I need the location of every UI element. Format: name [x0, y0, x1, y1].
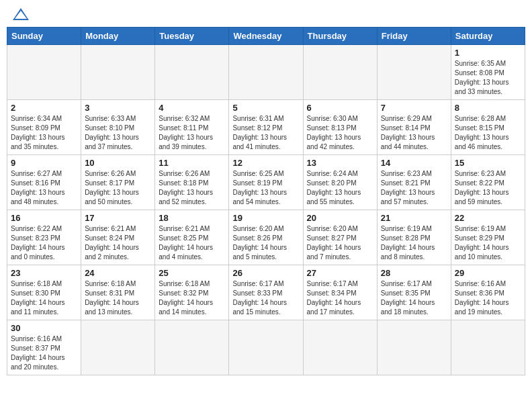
- calendar-cell: 5Sunrise: 6:31 AMSunset: 8:12 PMDaylight…: [229, 100, 303, 155]
- calendar-cell: 20Sunrise: 6:20 AMSunset: 8:27 PMDayligh…: [303, 210, 377, 265]
- calendar-cell: 3Sunrise: 6:33 AMSunset: 8:10 PMDaylight…: [81, 100, 155, 155]
- day-number: 1: [455, 48, 521, 58]
- day-info: Sunrise: 6:28 AMSunset: 8:15 PMDaylight:…: [455, 114, 521, 152]
- weekday-header-sunday: Sunday: [7, 28, 81, 45]
- calendar-cell: [303, 320, 377, 375]
- calendar-cell: [81, 320, 155, 375]
- logo-icon: [11, 7, 30, 21]
- calendar-cell: 8Sunrise: 6:28 AMSunset: 8:15 PMDaylight…: [451, 100, 525, 155]
- weekday-header-friday: Friday: [377, 28, 451, 45]
- weekday-header-tuesday: Tuesday: [155, 28, 229, 45]
- calendar-cell: 10Sunrise: 6:26 AMSunset: 8:17 PMDayligh…: [81, 155, 155, 210]
- day-info: Sunrise: 6:35 AMSunset: 8:08 PMDaylight:…: [455, 59, 521, 97]
- calendar-cell: [155, 45, 229, 100]
- day-info: Sunrise: 6:23 AMSunset: 8:21 PMDaylight:…: [381, 169, 447, 207]
- calendar-week-row: 9Sunrise: 6:27 AMSunset: 8:16 PMDaylight…: [7, 155, 525, 210]
- calendar-cell: 6Sunrise: 6:30 AMSunset: 8:13 PMDaylight…: [303, 100, 377, 155]
- day-number: 12: [232, 158, 299, 168]
- day-number: 9: [11, 158, 77, 168]
- calendar-cell: 4Sunrise: 6:32 AMSunset: 8:11 PMDaylight…: [155, 100, 229, 155]
- day-info: Sunrise: 6:20 AMSunset: 8:27 PMDaylight:…: [307, 224, 373, 262]
- calendar-cell: 12Sunrise: 6:25 AMSunset: 8:19 PMDayligh…: [229, 155, 303, 210]
- day-number: 16: [11, 213, 77, 223]
- day-info: Sunrise: 6:18 AMSunset: 8:31 PMDaylight:…: [85, 279, 151, 317]
- day-number: 25: [159, 268, 225, 278]
- day-info: Sunrise: 6:17 AMSunset: 8:35 PMDaylight:…: [381, 279, 447, 317]
- day-number: 28: [381, 268, 447, 278]
- day-number: 8: [455, 103, 521, 113]
- calendar-cell: 1Sunrise: 6:35 AMSunset: 8:08 PMDaylight…: [451, 45, 525, 100]
- day-info: Sunrise: 6:17 AMSunset: 8:34 PMDaylight:…: [307, 279, 373, 317]
- day-number: 26: [232, 268, 299, 278]
- day-info: Sunrise: 6:26 AMSunset: 8:18 PMDaylight:…: [159, 169, 225, 207]
- day-number: 27: [307, 268, 373, 278]
- calendar-cell: 13Sunrise: 6:24 AMSunset: 8:20 PMDayligh…: [303, 155, 377, 210]
- calendar-cell: 27Sunrise: 6:17 AMSunset: 8:34 PMDayligh…: [303, 265, 377, 320]
- day-info: Sunrise: 6:29 AMSunset: 8:14 PMDaylight:…: [381, 114, 447, 152]
- day-info: Sunrise: 6:19 AMSunset: 8:29 PMDaylight:…: [455, 224, 521, 262]
- day-number: 23: [11, 268, 77, 278]
- header: [7, 7, 525, 21]
- calendar-header-row: SundayMondayTuesdayWednesdayThursdayFrid…: [7, 28, 525, 45]
- day-number: 24: [85, 268, 151, 278]
- calendar-week-row: 23Sunrise: 6:18 AMSunset: 8:30 PMDayligh…: [7, 265, 525, 320]
- calendar-cell: [377, 320, 451, 375]
- calendar-week-row: 16Sunrise: 6:22 AMSunset: 8:23 PMDayligh…: [7, 210, 525, 265]
- calendar-week-row: 2Sunrise: 6:34 AMSunset: 8:09 PMDaylight…: [7, 100, 525, 155]
- day-info: Sunrise: 6:31 AMSunset: 8:12 PMDaylight:…: [232, 114, 299, 152]
- calendar-cell: [303, 45, 377, 100]
- calendar-cell: [377, 45, 451, 100]
- day-info: Sunrise: 6:18 AMSunset: 8:30 PMDaylight:…: [11, 279, 77, 317]
- calendar-cell: 28Sunrise: 6:17 AMSunset: 8:35 PMDayligh…: [377, 265, 451, 320]
- calendar-cell: 25Sunrise: 6:18 AMSunset: 8:32 PMDayligh…: [155, 265, 229, 320]
- calendar-cell: 19Sunrise: 6:20 AMSunset: 8:26 PMDayligh…: [229, 210, 303, 265]
- logo: [9, 7, 30, 21]
- day-info: Sunrise: 6:17 AMSunset: 8:33 PMDaylight:…: [232, 279, 299, 317]
- calendar-cell: 30Sunrise: 6:16 AMSunset: 8:37 PMDayligh…: [7, 320, 81, 375]
- calendar-cell: [229, 45, 303, 100]
- calendar-cell: 24Sunrise: 6:18 AMSunset: 8:31 PMDayligh…: [81, 265, 155, 320]
- calendar-week-row: 1Sunrise: 6:35 AMSunset: 8:08 PMDaylight…: [7, 45, 525, 100]
- day-number: 15: [455, 158, 521, 168]
- day-number: 30: [11, 323, 77, 333]
- day-number: 19: [232, 213, 299, 223]
- calendar-cell: 26Sunrise: 6:17 AMSunset: 8:33 PMDayligh…: [229, 265, 303, 320]
- calendar-cell: 9Sunrise: 6:27 AMSunset: 8:16 PMDaylight…: [7, 155, 81, 210]
- day-info: Sunrise: 6:24 AMSunset: 8:20 PMDaylight:…: [307, 169, 373, 207]
- day-info: Sunrise: 6:20 AMSunset: 8:26 PMDaylight:…: [232, 224, 299, 262]
- day-number: 4: [159, 103, 225, 113]
- day-info: Sunrise: 6:30 AMSunset: 8:13 PMDaylight:…: [307, 114, 373, 152]
- calendar-cell: 23Sunrise: 6:18 AMSunset: 8:30 PMDayligh…: [7, 265, 81, 320]
- day-number: 2: [11, 103, 77, 113]
- day-info: Sunrise: 6:16 AMSunset: 8:37 PMDaylight:…: [11, 334, 77, 372]
- day-number: 18: [159, 213, 225, 223]
- day-number: 17: [85, 213, 151, 223]
- calendar-cell: 11Sunrise: 6:26 AMSunset: 8:18 PMDayligh…: [155, 155, 229, 210]
- day-info: Sunrise: 6:32 AMSunset: 8:11 PMDaylight:…: [159, 114, 225, 152]
- day-info: Sunrise: 6:26 AMSunset: 8:17 PMDaylight:…: [85, 169, 151, 207]
- calendar-cell: 15Sunrise: 6:23 AMSunset: 8:22 PMDayligh…: [451, 155, 525, 210]
- day-number: 7: [381, 103, 447, 113]
- day-info: Sunrise: 6:33 AMSunset: 8:10 PMDaylight:…: [85, 114, 151, 152]
- day-info: Sunrise: 6:34 AMSunset: 8:09 PMDaylight:…: [11, 114, 77, 152]
- calendar-cell: 16Sunrise: 6:22 AMSunset: 8:23 PMDayligh…: [7, 210, 81, 265]
- day-number: 10: [85, 158, 151, 168]
- calendar-cell: [81, 45, 155, 100]
- calendar-cell: [155, 320, 229, 375]
- day-info: Sunrise: 6:21 AMSunset: 8:25 PMDaylight:…: [159, 224, 225, 262]
- day-info: Sunrise: 6:21 AMSunset: 8:24 PMDaylight:…: [85, 224, 151, 262]
- calendar-table: SundayMondayTuesdayWednesdayThursdayFrid…: [7, 27, 525, 375]
- weekday-header-thursday: Thursday: [303, 28, 377, 45]
- day-number: 13: [307, 158, 373, 168]
- day-number: 6: [307, 103, 373, 113]
- day-info: Sunrise: 6:25 AMSunset: 8:19 PMDaylight:…: [232, 169, 299, 207]
- calendar-cell: 18Sunrise: 6:21 AMSunset: 8:25 PMDayligh…: [155, 210, 229, 265]
- calendar-cell: [451, 320, 525, 375]
- calendar-cell: 7Sunrise: 6:29 AMSunset: 8:14 PMDaylight…: [377, 100, 451, 155]
- day-number: 29: [455, 268, 521, 278]
- day-info: Sunrise: 6:19 AMSunset: 8:28 PMDaylight:…: [381, 224, 447, 262]
- day-number: 14: [381, 158, 447, 168]
- calendar-cell: 21Sunrise: 6:19 AMSunset: 8:28 PMDayligh…: [377, 210, 451, 265]
- day-info: Sunrise: 6:16 AMSunset: 8:36 PMDaylight:…: [455, 279, 521, 317]
- weekday-header-wednesday: Wednesday: [229, 28, 303, 45]
